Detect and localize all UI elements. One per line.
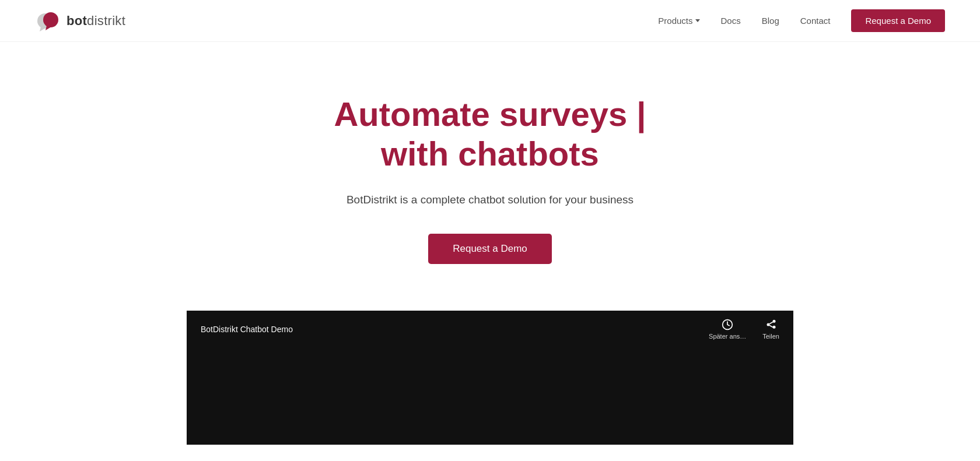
clock-icon [722,319,733,330]
svg-point-2 [43,12,58,27]
nav-contact-label: Contact [800,16,831,26]
watch-later-label: Später ans… [709,333,746,340]
logo-icon [35,8,61,34]
nav-links: Products Docs Blog Contact Request a Dem… [658,9,945,32]
video-player-area[interactable] [187,346,793,445]
nav-products-label: Products [658,16,692,26]
nav-contact-link[interactable]: Contact [800,16,831,26]
video-share-button[interactable]: Teilen [762,319,779,340]
hero-title: Automate surveys | with chatbots [334,94,646,174]
nav-blog-link[interactable]: Blog [762,16,779,26]
nav-request-demo-button[interactable]: Request a Demo [851,9,945,32]
share-label: Teilen [762,333,779,340]
video-section: BotDistrikt Chatbot Demo Später ans… [187,311,793,445]
brand-name: botdistrikt [66,13,125,29]
video-actions: Später ans… Teilen [709,319,779,340]
share-icon [765,319,777,330]
svg-line-5 [769,326,773,328]
video-toolbar: BotDistrikt Chatbot Demo Später ans… [187,311,793,346]
video-title: BotDistrikt Chatbot Demo [201,325,293,334]
nav-blog-label: Blog [762,16,779,26]
svg-line-6 [769,322,773,324]
hero-section: Automate surveys | with chatbots BotDist… [0,42,980,299]
logo-link[interactable]: botdistrikt [35,8,125,34]
video-watch-later-button[interactable]: Später ans… [709,319,746,340]
chevron-down-icon [695,19,700,22]
nav-products-link[interactable]: Products [658,16,699,26]
hero-request-demo-button[interactable]: Request a Demo [428,234,552,264]
hero-subtitle: BotDistrikt is a complete chatbot soluti… [346,192,634,209]
nav-docs-label: Docs [721,16,741,26]
navbar: botdistrikt Products Docs Blog Contact R [0,0,980,42]
nav-docs-link[interactable]: Docs [721,16,741,26]
